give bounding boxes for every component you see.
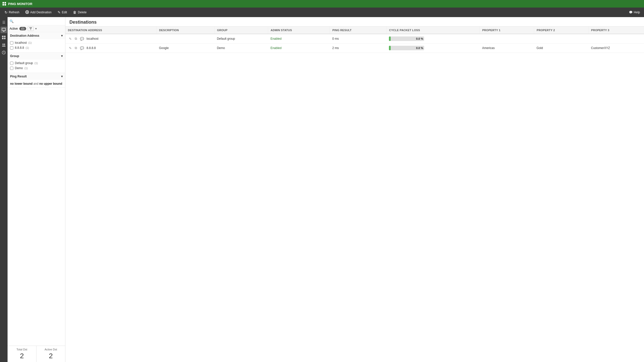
search-icon: 🔍 (10, 19, 14, 23)
svg-rect-2 (3, 4, 4, 6)
svg-line-18 (4, 53, 5, 53)
sidebar-table-button[interactable] (1, 34, 7, 41)
table-header-row: DESTINATION ADDRESS DESCRIPTION GROUP AD… (65, 27, 644, 34)
group-chevron: ▾ (61, 54, 63, 58)
cell-address-value: localhost (87, 37, 98, 40)
total-dst-box: Total Dst 2 (8, 346, 36, 362)
packet-loss-bar: 0.0 % (389, 46, 424, 50)
edit-icon: ✎ (58, 10, 61, 14)
cell-group: Demo (214, 43, 268, 53)
add-destination-button[interactable]: Add Destination (23, 9, 54, 16)
ping-result-chevron: ▾ (61, 75, 63, 78)
filter-label-8888: 8.8.8.8 (15, 46, 24, 50)
ping-result-and: and (33, 82, 39, 85)
filter-label-demo: Demo (15, 66, 23, 70)
delete-button[interactable]: 🗑 Delete (70, 9, 89, 16)
row-actions: ✎ ⧉ 💬 (68, 36, 85, 41)
content-header: Destinations (65, 17, 644, 27)
cell-destination-address: ✎ ⧉ 💬 localhost (65, 34, 156, 43)
cell-property3 (588, 34, 644, 43)
filter-item-demo: Demo (1) (10, 66, 63, 71)
row-copy-button[interactable]: ⧉ (74, 36, 78, 41)
col-description: DESCRIPTION (156, 27, 214, 34)
table-container: DESTINATION ADDRESS DESCRIPTION GROUP AD… (65, 27, 644, 362)
total-dst-value: 2 (10, 352, 34, 360)
filter-checkbox-localhost[interactable] (10, 41, 13, 44)
row-actions: ✎ ⧉ 💬 (68, 46, 85, 51)
ping-result-body: no lower bound and no upper bound (8, 80, 65, 87)
filter-panel: 🔍 Active (0) ▾ Destination Address ▾ (8, 17, 65, 362)
destination-address-chevron: ▾ (61, 34, 63, 37)
svg-rect-13 (4, 38, 6, 39)
svg-rect-20 (30, 28, 31, 29)
active-dst-box: Active Dst 2 (36, 346, 65, 362)
active-dst-label: Active Dst (39, 348, 63, 351)
row-comment-button[interactable]: 💬 (79, 46, 85, 51)
svg-rect-11 (4, 36, 6, 37)
destination-address-title: Destination Address (10, 34, 39, 37)
cell-property1: Americas (479, 43, 534, 53)
packet-loss-fill (389, 36, 391, 41)
sidebar-menu-button[interactable]: ☰ (1, 19, 7, 26)
cell-group: Default group (214, 34, 268, 43)
sidebar-group-button[interactable] (1, 42, 7, 48)
col-cycle-packet-loss: CYCLE PACKET LOSS (386, 27, 479, 34)
filter-count-default-group: (1) (34, 62, 38, 65)
filter-count-demo: (1) (24, 67, 28, 70)
filter-count-8888: (1) (26, 46, 29, 49)
ping-result-lower: no lower bound (10, 82, 32, 85)
filter-checkbox-demo[interactable] (10, 67, 13, 70)
filter-label-default-group: Default group (15, 61, 33, 65)
filter-label-localhost: localhost (15, 41, 27, 44)
cell-property3: CustomerXYZ (588, 43, 644, 53)
destination-address-body: localhost (1) 8.8.8.8 (1) (8, 39, 65, 52)
active-count-badge: (0) (19, 27, 26, 30)
group-header[interactable]: Group ▾ (8, 53, 65, 60)
filter-scroll-area: Destination Address ▾ localhost (1) 8.8.… (8, 32, 65, 346)
sidebar-monitor-button[interactable] (1, 27, 7, 33)
svg-rect-19 (29, 27, 32, 28)
help-icon: 💬 (629, 11, 633, 14)
search-input[interactable] (15, 19, 63, 24)
cell-description: Google (156, 43, 214, 53)
app-grid-icon (3, 2, 6, 6)
filter-checkbox-8888[interactable] (10, 46, 13, 50)
group-section: Group ▾ Default group (1) Demo (1) (8, 53, 65, 73)
row-edit-button[interactable]: ✎ (68, 46, 73, 51)
col-group: GROUP (214, 27, 268, 34)
toolbar-right: 💬 Help (627, 10, 642, 15)
filter-arrow-button[interactable]: ▾ (35, 27, 37, 30)
active-filter-row: Active (0) ▾ (8, 25, 65, 32)
svg-rect-10 (2, 36, 4, 37)
destination-address-header[interactable]: Destination Address ▾ (8, 32, 65, 39)
filter-count-localhost: (1) (28, 41, 31, 44)
filter-item-default-group: Default group (1) (10, 61, 63, 66)
svg-rect-0 (3, 2, 4, 4)
ping-result-header[interactable]: Ping Result ▾ (8, 73, 65, 80)
help-button[interactable]: 💬 Help (627, 10, 642, 15)
col-property1: PROPERTY 1 (479, 27, 534, 34)
edit-button[interactable]: ✎ Edit (55, 9, 70, 16)
ping-result-upper: no upper bound (39, 82, 62, 85)
ping-result-title: Ping Result (10, 75, 27, 78)
delete-icon: 🗑 (73, 10, 76, 14)
refresh-button[interactable]: ↻ Refresh (2, 9, 22, 16)
row-comment-button[interactable]: 💬 (79, 36, 85, 41)
row-copy-button[interactable]: ⧉ (74, 46, 78, 51)
destination-address-section: Destination Address ▾ localhost (1) 8.8.… (8, 32, 65, 53)
cell-property2: Gold (534, 43, 588, 53)
destinations-table: DESTINATION ADDRESS DESCRIPTION GROUP AD… (65, 27, 644, 53)
packet-loss-fill (389, 46, 391, 50)
total-dst-label: Total Dst (10, 348, 34, 351)
packet-loss-label: 0.0 % (416, 37, 423, 40)
row-edit-button[interactable]: ✎ (68, 36, 73, 41)
cell-ping-result: 2 ms (330, 43, 387, 53)
sidebar-clock-button[interactable] (1, 49, 7, 56)
filter-checkbox-default-group[interactable] (10, 62, 13, 65)
admin-status-badge: Enabled (270, 46, 281, 50)
svg-rect-12 (2, 38, 4, 39)
col-admin-status: ADMIN STATUS (268, 27, 330, 34)
filter-toggle-button[interactable] (28, 26, 34, 31)
cell-admin-status: Enabled (268, 34, 330, 43)
filter-footer: Total Dst 2 Active Dst 2 (8, 346, 65, 362)
